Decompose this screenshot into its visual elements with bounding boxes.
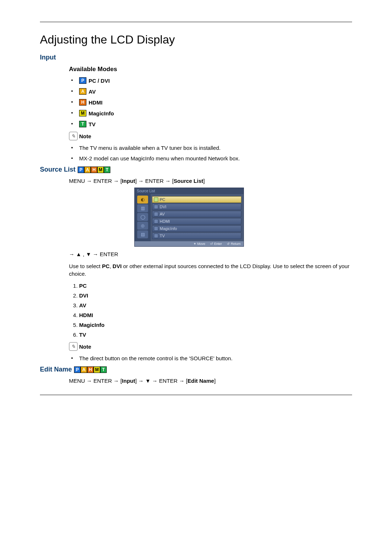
mode-badge-t-icon: T [79, 121, 86, 127]
osd-check-icon [154, 205, 158, 209]
nav-path-arrows: → ▲ , ▼ → ENTER [69, 251, 352, 257]
top-divider [40, 22, 352, 22]
mode-badge-a-icon: A [84, 167, 91, 173]
osd-list: PC DVI AV HDMI MagicInfo TV [151, 194, 244, 241]
osd-item: TV [152, 233, 241, 239]
mode-item-pc: P PC / DVI [69, 77, 352, 84]
osd-side-icon: ▥ [137, 204, 148, 212]
mode-label-tv: TV [89, 121, 95, 127]
osd-item: AV [152, 211, 241, 217]
mode-badge-h-icon: H [87, 366, 94, 373]
bottom-divider [40, 395, 352, 395]
osd-side-icon: ◎ [137, 222, 148, 230]
edit-name-heading: Edit Name [40, 366, 72, 373]
note-2-item: The direct button on the remote control … [69, 355, 352, 361]
note-2-list: The direct button on the remote control … [69, 355, 352, 361]
note-1-item: The TV menu is available when a TV tuner… [69, 145, 352, 151]
osd-item: MagicInfo [152, 225, 241, 232]
mode-item-av: A AV [69, 88, 352, 95]
nav-path-edit-name: MENU → ENTER → [Input] → ▼ → ENTER → [Ed… [69, 378, 352, 384]
osd-check-icon [154, 212, 158, 216]
mode-badge-p-icon: P [74, 366, 81, 373]
mode-badge-m-icon: M [97, 167, 104, 173]
source-options-list: PC DVI AV HDMI MagicInfo TV [69, 283, 352, 338]
mode-badge-h-icon: H [91, 167, 97, 173]
source-option: DVI [79, 292, 352, 299]
osd-check-icon [154, 219, 158, 223]
section-edit-name: Edit Name P A H M T [40, 366, 352, 373]
nav-path-source-list: MENU → ENTER → [Input] → ENTER → [Source… [69, 178, 352, 184]
osd-footer-return: Return [227, 242, 241, 246]
mode-item-tv: T TV [69, 121, 352, 127]
osd-footer: Move Enter Return [135, 241, 244, 246]
osd-check-icon [154, 234, 158, 238]
source-option: TV [79, 332, 352, 338]
mode-item-magicinfo: M MagicInfo [69, 110, 352, 116]
osd-side-icon: ◯ [137, 213, 148, 221]
osd-side-icon: ◐ [137, 196, 148, 204]
mode-badges-inline: P A H M T [74, 366, 107, 373]
source-option: HDMI [79, 312, 352, 318]
osd-item: DVI [152, 204, 241, 210]
mode-label-av: AV [89, 89, 96, 95]
osd-side-icons: ◐ ▥ ◯ ◎ ▤ [135, 194, 151, 241]
source-option: PC [79, 283, 352, 289]
note-icon: ✎ [69, 132, 78, 140]
note-1-item: MX-2 model can use MagicInfo menu when m… [69, 155, 352, 161]
mode-badge-p-icon: P [79, 77, 86, 84]
section-source-list: Source List P A H M T [40, 166, 352, 173]
source-list-heading: Source List [40, 166, 75, 173]
note-1: ✎ Note [69, 132, 352, 140]
osd-footer-move: Move [193, 242, 205, 246]
mode-item-hdmi: H HDMI [69, 99, 352, 106]
osd-item: PC [152, 196, 241, 203]
osd-title: Source List [135, 188, 244, 194]
osd-side-icon: ▤ [137, 230, 148, 238]
mode-badge-a-icon: A [79, 88, 86, 95]
available-modes-list: P PC / DVI A AV H HDMI M MagicInfo T [69, 77, 352, 127]
mode-badge-t-icon: T [100, 366, 107, 373]
note-1-list: The TV menu is available when a TV tuner… [69, 145, 352, 161]
available-modes-heading: Available Modes [69, 66, 352, 73]
mode-badge-p-icon: P [78, 167, 84, 173]
source-option: AV [79, 302, 352, 308]
osd-screenshot: Source List ◐ ▥ ◯ ◎ ▤ PC DVI AV HDMI Mag… [134, 188, 352, 247]
mode-badge-h-icon: H [79, 99, 86, 106]
note-label: Note [79, 344, 91, 350]
note-label: Note [79, 133, 91, 139]
note-icon: ✎ [69, 342, 78, 351]
osd-item: HDMI [152, 218, 241, 225]
note-2: ✎ Note [69, 342, 352, 351]
mode-badge-m-icon: M [94, 366, 100, 373]
source-option: MagicInfo [79, 322, 352, 328]
osd-check-icon [154, 197, 158, 202]
osd-check-icon [154, 226, 158, 231]
mode-label-hdmi: HDMI [89, 99, 102, 106]
source-list-description: Use to select PC, DVI or other external … [69, 262, 352, 278]
mode-label-pc: PC / DVI [89, 78, 110, 84]
mode-badge-a-icon: A [81, 366, 87, 373]
mode-badge-m-icon: M [79, 110, 86, 116]
osd-footer-enter: Enter [210, 242, 222, 246]
mode-badge-t-icon: T [104, 167, 110, 173]
mode-badges-inline: P A H M T [78, 167, 110, 173]
mode-label-magicinfo: MagicInfo [89, 110, 114, 116]
section-input: Input [40, 54, 352, 61]
page-title: Adjusting the LCD Display [40, 33, 352, 46]
